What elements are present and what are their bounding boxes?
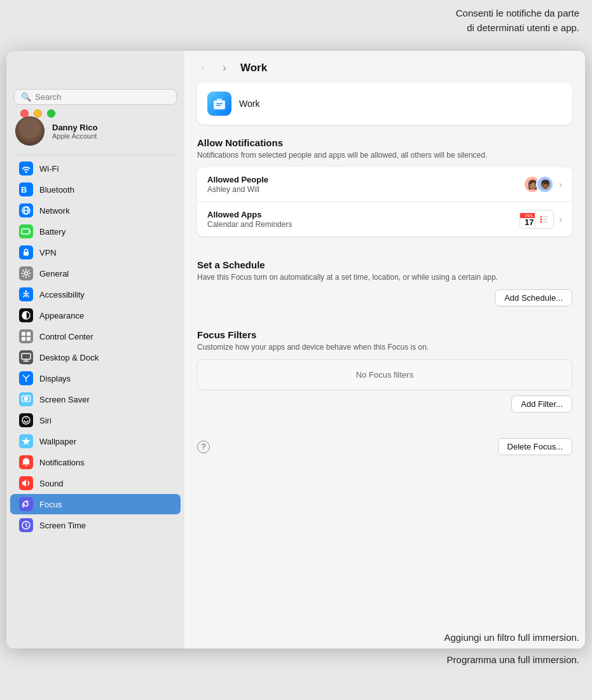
sidebar-item-label-wifi: Wi-Fi xyxy=(39,164,59,174)
svg-point-15 xyxy=(25,397,28,401)
allowed-apps-row[interactable]: Allowed Apps Calendar and Reminders JUL … xyxy=(197,202,572,237)
chevron-people: › xyxy=(559,179,562,189)
svg-point-24 xyxy=(540,216,542,218)
svg-rect-21 xyxy=(216,103,223,104)
svg-point-7 xyxy=(25,291,27,292)
vpn-icon xyxy=(19,245,33,259)
app-icon-label: Work xyxy=(239,99,259,109)
search-input[interactable] xyxy=(35,92,170,102)
avatar xyxy=(15,116,45,146)
sidebar-item-wifi[interactable]: Wi-Fi xyxy=(10,158,181,179)
filter-btn-row: Add Filter... xyxy=(197,395,572,413)
nav-title: Work xyxy=(240,62,267,74)
sidebar-item-label-battery: Battery xyxy=(39,227,65,237)
people-avatars: 👩🏽 👦🏾 xyxy=(523,175,554,193)
sidebar-item-siri[interactable]: Siri xyxy=(10,410,181,430)
annotation-bottom-filter: Aggiungi un filtro full immersion. xyxy=(444,632,579,643)
sidebar-item-displays[interactable]: Displays xyxy=(10,368,181,388)
sidebar-item-desktop-dock[interactable]: Desktop & Dock xyxy=(10,347,181,367)
svg-rect-4 xyxy=(23,230,27,233)
sidebar-item-label-sound: Sound xyxy=(39,479,64,488)
work-app-icon xyxy=(207,92,231,116)
battery-icon xyxy=(19,224,33,238)
close-button[interactable] xyxy=(20,109,29,118)
svg-rect-22 xyxy=(216,105,221,106)
sidebar-item-sound[interactable]: Sound xyxy=(10,473,181,493)
svg-rect-5 xyxy=(24,252,29,256)
sidebar-item-label-general: General xyxy=(39,269,69,278)
svg-point-16 xyxy=(22,416,30,424)
sidebar-item-screen-time[interactable]: Screen Time xyxy=(10,515,181,535)
screen-saver-icon xyxy=(19,392,33,406)
content-area: Work Allow Notifications Notifications f… xyxy=(184,83,585,468)
svg-rect-20 xyxy=(217,99,222,102)
settings-window: 🔍 Danny Rico Apple Account Wi-FiBBluetoo… xyxy=(6,51,585,649)
sidebar-item-network[interactable]: Network xyxy=(10,200,181,221)
appearance-icon xyxy=(19,308,33,322)
delete-focus-button[interactable]: Delete Focus... xyxy=(498,438,572,455)
sidebar-item-label-screen-time: Screen Time xyxy=(39,521,86,530)
sidebar-items: Wi-FiBBluetoothNetworkBatteryVPNGeneralA… xyxy=(6,158,184,536)
reminders-icon xyxy=(535,210,554,229)
minimize-button[interactable] xyxy=(34,109,42,118)
schedule-desc: Have this Focus turn on automatically at… xyxy=(197,273,572,282)
svg-rect-13 xyxy=(22,353,31,359)
sidebar-item-control-center[interactable]: Control Center xyxy=(10,326,181,347)
sidebar-item-vpn[interactable]: VPN xyxy=(10,242,181,263)
allowed-people-row[interactable]: Allowed People Ashley and Will 👩🏽 👦🏾 › xyxy=(197,167,572,202)
schedule-btn-row: Add Schedule... xyxy=(197,289,572,306)
svg-rect-29 xyxy=(543,221,547,223)
add-schedule-button[interactable]: Add Schedule... xyxy=(495,289,572,306)
sidebar-item-focus[interactable]: Focus xyxy=(10,494,181,514)
back-button[interactable]: ‹ xyxy=(195,60,211,76)
sidebar-item-label-siri: Siri xyxy=(39,416,52,425)
sidebar-item-appearance[interactable]: Appearance xyxy=(10,305,181,326)
search-icon: 🔍 xyxy=(21,92,31,102)
allow-notifications-title: Allow Notifications xyxy=(197,137,572,148)
sidebar-item-notifications[interactable]: Notifications xyxy=(10,452,181,472)
wallpaper-icon xyxy=(19,434,33,448)
desktop-dock-icon xyxy=(19,350,33,364)
accessibility-icon xyxy=(19,287,33,301)
annotation-top: Consenti le notifiche da partedi determi… xyxy=(456,6,579,35)
forward-button[interactable]: › xyxy=(216,60,233,76)
notifications-icon xyxy=(19,455,33,469)
svg-rect-9 xyxy=(22,332,25,336)
sidebar-item-general[interactable]: General xyxy=(10,263,181,284)
chevron-apps: › xyxy=(559,214,562,224)
svg-point-28 xyxy=(540,221,542,223)
screen-time-icon xyxy=(19,518,33,532)
user-account: Apple Account xyxy=(52,132,98,140)
sidebar-item-label-wallpaper: Wallpaper xyxy=(39,437,76,446)
sidebar-item-label-notifications: Notifications xyxy=(39,458,85,467)
no-filters-label: No Focus filters xyxy=(356,370,413,380)
svg-rect-12 xyxy=(27,337,31,341)
sidebar-item-label-bluetooth: Bluetooth xyxy=(39,185,74,195)
svg-rect-25 xyxy=(543,216,548,217)
apps-icons: JUL 17 xyxy=(520,210,554,229)
sidebar-item-label-control-center: Control Center xyxy=(39,332,93,341)
annotation-bottom-schedule: Programma una full immersion. xyxy=(447,654,579,665)
sidebar-divider xyxy=(14,154,177,155)
sidebar-item-battery[interactable]: Battery xyxy=(10,221,181,242)
wifi-icon xyxy=(19,161,33,175)
allowed-people-subtitle: Ashley and Will xyxy=(207,185,268,194)
maximize-button[interactable] xyxy=(47,109,55,118)
sidebar-item-label-focus: Focus xyxy=(39,500,62,509)
notifications-card: Allowed People Ashley and Will 👩🏽 👦🏾 › xyxy=(197,167,572,237)
sidebar-item-label-desktop-dock: Desktop & Dock xyxy=(39,353,99,362)
sidebar-item-screen-saver[interactable]: Screen Saver xyxy=(10,389,181,409)
displays-icon xyxy=(19,371,33,385)
svg-rect-10 xyxy=(27,332,31,336)
search-bar[interactable]: 🔍 xyxy=(14,89,177,105)
sidebar-item-bluetooth[interactable]: BBluetooth xyxy=(10,179,181,200)
network-icon xyxy=(19,203,33,217)
sidebar-item-wallpaper[interactable]: Wallpaper xyxy=(10,431,181,451)
help-button[interactable]: ? xyxy=(197,441,210,453)
add-filter-button[interactable]: Add Filter... xyxy=(511,395,572,413)
app-icon-section: Work xyxy=(197,83,572,125)
window-controls xyxy=(20,109,55,118)
allowed-apps-title: Allowed Apps xyxy=(207,210,292,219)
svg-rect-27 xyxy=(543,219,547,220)
sidebar-item-accessibility[interactable]: Accessibility xyxy=(10,284,181,305)
